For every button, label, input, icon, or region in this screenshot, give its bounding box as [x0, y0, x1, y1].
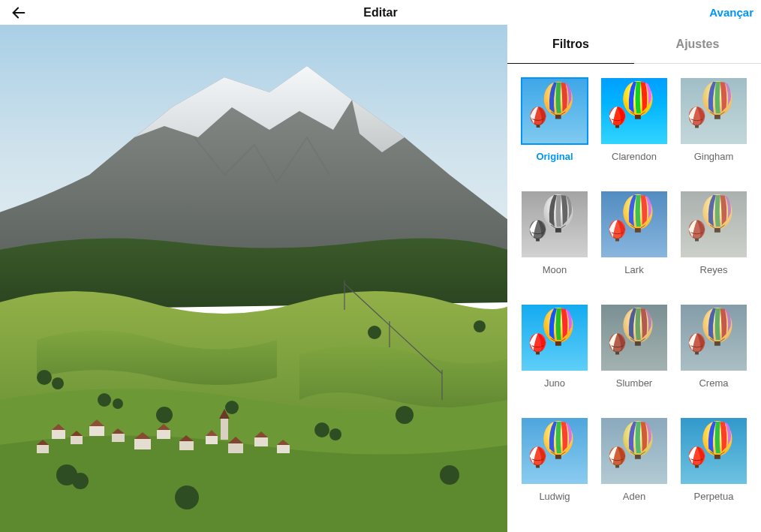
svg-point-3: [52, 377, 64, 389]
svg-point-10: [396, 406, 414, 424]
filter-label: Slumber: [616, 377, 652, 389]
filter-sidebar: Filtros Ajustes: [507, 25, 761, 532]
svg-rect-107: [536, 352, 540, 355]
svg-rect-21: [89, 426, 104, 436]
svg-point-9: [329, 428, 341, 440]
filter-label: Lark: [624, 264, 643, 275]
svg-point-7: [225, 401, 239, 414]
svg-rect-85: [635, 228, 641, 233]
svg-rect-29: [179, 441, 194, 450]
svg-point-5: [113, 398, 123, 409]
filter-label: Juno: [544, 377, 565, 389]
svg-rect-125: [695, 352, 699, 355]
svg-rect-62: [615, 125, 619, 128]
svg-rect-103: [555, 341, 561, 346]
filter-thumb: [521, 417, 588, 485]
svg-rect-19: [71, 436, 83, 444]
svg-point-2: [37, 370, 52, 385]
svg-rect-89: [615, 239, 619, 242]
svg-rect-121: [714, 341, 720, 346]
svg-rect-25: [134, 439, 151, 449]
svg-point-4: [98, 393, 111, 407]
svg-rect-112: [635, 341, 641, 346]
image-preview: [0, 25, 507, 532]
svg-point-6: [156, 407, 173, 423]
svg-rect-116: [615, 352, 619, 355]
filter-thumb: [521, 191, 588, 258]
filter-label: Ludwig: [539, 491, 570, 502]
filter-thumb: [600, 77, 668, 145]
tab-adjustments[interactable]: Ajustes: [634, 25, 761, 64]
svg-rect-134: [536, 465, 540, 468]
svg-point-12: [72, 473, 89, 489]
filter-label: Clarendon: [612, 151, 657, 162]
svg-rect-17: [52, 430, 65, 439]
svg-rect-41: [221, 419, 228, 440]
filter-thumb: [600, 191, 668, 258]
svg-point-16: [368, 326, 381, 339]
filter-thumb: [521, 77, 588, 145]
filter-thumb: [600, 304, 668, 371]
filter-item-crema[interactable]: Crema: [680, 304, 747, 405]
advance-button[interactable]: Avançar: [709, 6, 753, 19]
filter-item-juno[interactable]: Juno: [521, 304, 588, 405]
svg-rect-31: [206, 436, 218, 444]
filter-item-original[interactable]: Original: [521, 77, 588, 179]
svg-rect-98: [695, 239, 699, 242]
svg-rect-139: [635, 455, 641, 459]
svg-rect-94: [714, 228, 720, 233]
svg-rect-152: [695, 465, 699, 468]
svg-point-13: [175, 485, 199, 509]
svg-rect-143: [615, 465, 619, 468]
filter-label: Perpetua: [694, 491, 734, 502]
svg-rect-49: [555, 115, 561, 119]
filter-thumb: [680, 417, 747, 485]
svg-rect-58: [635, 115, 641, 119]
filter-label: Moon: [543, 264, 567, 275]
svg-rect-130: [555, 455, 561, 459]
svg-point-14: [440, 465, 459, 485]
svg-rect-67: [714, 115, 720, 119]
svg-rect-27: [157, 430, 170, 439]
filter-item-gingham[interactable]: Gingham: [680, 77, 747, 179]
filter-label: Crema: [699, 377, 728, 389]
filter-item-reyes[interactable]: Reyes: [680, 191, 747, 292]
back-button[interactable]: [8, 2, 30, 24]
svg-rect-23: [112, 434, 125, 442]
filter-thumb: [680, 304, 747, 371]
svg-rect-33: [228, 443, 243, 453]
svg-rect-53: [537, 125, 540, 128]
svg-rect-148: [714, 455, 720, 459]
filter-thumb: [680, 77, 747, 145]
filter-thumb: [600, 417, 668, 485]
svg-rect-80: [536, 239, 540, 242]
arrow-left-icon: [11, 5, 27, 21]
filter-item-lark[interactable]: Lark: [600, 191, 668, 292]
svg-rect-35: [254, 437, 268, 446]
page-title: Editar: [363, 6, 397, 20]
svg-rect-37: [277, 445, 290, 453]
filter-item-aden[interactable]: Aden: [600, 417, 668, 518]
filter-thumb: [680, 191, 747, 258]
svg-rect-39: [37, 445, 49, 453]
filter-label: Aden: [623, 491, 645, 502]
filter-item-slumber[interactable]: Slumber: [600, 304, 668, 405]
filter-item-ludwig[interactable]: Ludwig: [521, 417, 588, 518]
filter-item-clarendon[interactable]: Clarendon: [600, 77, 668, 179]
svg-point-15: [474, 320, 486, 332]
filter-label: Original: [536, 151, 573, 162]
svg-rect-71: [695, 125, 699, 128]
filter-item-perpetua[interactable]: Perpetua: [680, 417, 747, 518]
tab-filters[interactable]: Filtros: [507, 25, 634, 64]
filter-thumb: [521, 304, 588, 371]
svg-point-8: [314, 422, 329, 437]
filter-item-moon[interactable]: Moon: [521, 191, 588, 292]
filter-label: Gingham: [694, 151, 734, 162]
filter-label: Reyes: [700, 264, 728, 275]
svg-rect-76: [555, 228, 561, 233]
